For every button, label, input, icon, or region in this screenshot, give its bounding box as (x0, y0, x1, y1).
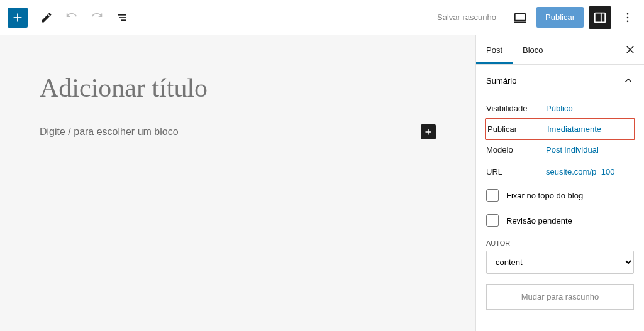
publish-label: Publicar (487, 124, 547, 134)
kebab-icon (621, 11, 634, 24)
sidebar-icon (593, 11, 607, 24)
publish-button[interactable]: Publicar (536, 7, 584, 28)
post-title-input[interactable] (40, 73, 436, 103)
svg-point-10 (627, 16, 629, 18)
pencil-icon (40, 11, 53, 24)
main-area: Digite / para escolher um bloco Post Blo… (0, 35, 644, 331)
summary-template: Modelo Post individual (486, 139, 634, 161)
inline-add-block-button[interactable] (421, 124, 436, 139)
toolbar-left (5, 6, 133, 29)
plus-icon (423, 126, 434, 138)
tab-post[interactable]: Post (476, 36, 513, 63)
summary-url: URL seusite.com/p=100 (486, 161, 634, 183)
block-prompt: Digite / para escolher um bloco (40, 126, 179, 138)
visibility-value[interactable]: Público (546, 104, 573, 113)
svg-point-9 (627, 13, 629, 14)
save-draft-button[interactable]: Salvar rascunho (430, 8, 504, 27)
toolbar-right: Salvar rascunho Publicar (430, 6, 639, 29)
template-label: Modelo (486, 145, 546, 155)
summary-visibility: Visibilidade Público (486, 97, 634, 119)
undo-icon (65, 11, 79, 24)
url-value[interactable]: seusite.com/p=100 (546, 167, 614, 176)
document-overview-button[interactable] (111, 6, 133, 29)
pending-review-checkbox[interactable] (486, 214, 499, 227)
url-label: URL (486, 167, 546, 176)
more-options-button[interactable] (616, 6, 639, 29)
publish-value[interactable]: Imediatamente (547, 124, 601, 134)
details-icon (116, 11, 128, 24)
svg-rect-5 (515, 13, 526, 20)
switch-to-draft-button[interactable]: Mudar para rascunho (486, 284, 634, 310)
chevron-up-icon (623, 75, 634, 86)
preview-button[interactable] (509, 6, 531, 29)
editor-canvas: Digite / para escolher um bloco (0, 35, 475, 331)
template-value[interactable]: Post individual (546, 145, 599, 155)
empty-block[interactable]: Digite / para escolher um bloco (40, 124, 436, 139)
svg-rect-7 (595, 13, 606, 22)
pin-top-label: Fixar no topo do blog (506, 191, 583, 200)
pin-top-checkbox[interactable] (486, 189, 499, 202)
tab-block[interactable]: Bloco (513, 36, 553, 63)
pending-review-label: Revisão pendente (506, 216, 572, 225)
sidebar-tabs: Post Bloco (476, 35, 644, 65)
author-section-label: Autor (486, 239, 634, 247)
svg-point-11 (627, 20, 629, 22)
summary-publish: Publicar Imediatamente (485, 118, 635, 140)
pending-review-checkbox-row[interactable]: Revisão pendente (486, 208, 634, 233)
undo-button[interactable] (60, 6, 83, 29)
summary-list: Visibilidade Público Publicar Imediatame… (486, 97, 634, 310)
summary-title: Sumário (486, 76, 516, 85)
plus-icon (11, 11, 25, 24)
redo-icon (90, 11, 104, 24)
redo-button[interactable] (86, 6, 108, 29)
top-toolbar: Salvar rascunho Publicar (0, 0, 644, 35)
settings-toggle-button[interactable] (589, 6, 611, 29)
add-block-button[interactable] (8, 8, 28, 28)
sidebar-body: Sumário Visibilidade Público Publicar Im… (476, 65, 644, 320)
close-icon (625, 44, 636, 55)
author-select[interactable]: content (486, 251, 634, 274)
settings-sidebar: Post Bloco Sumário Visibilidade Público … (475, 35, 644, 331)
edit-mode-button[interactable] (35, 6, 58, 29)
close-sidebar-button[interactable] (619, 38, 641, 61)
editor-content: Digite / para escolher um bloco (40, 73, 436, 331)
device-icon (513, 11, 527, 24)
visibility-label: Visibilidade (486, 104, 546, 113)
summary-panel-header[interactable]: Sumário (486, 75, 634, 97)
pin-top-checkbox-row[interactable]: Fixar no topo do blog (486, 183, 634, 208)
